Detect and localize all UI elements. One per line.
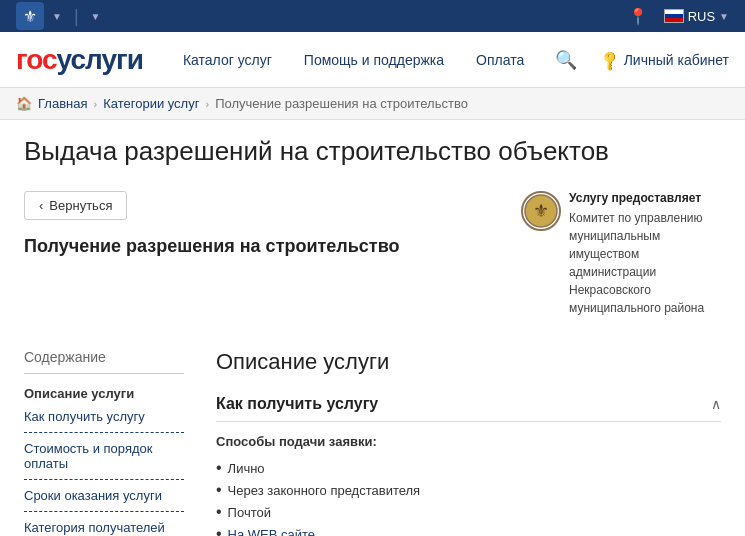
top-bar: ⚜ ▼ | ▼ 📍 RUS ▼: [0, 0, 745, 32]
ways-list: Лично Через законного представителя Почт…: [216, 457, 721, 536]
top-bar-right: 📍 RUS ▼: [628, 7, 729, 26]
language-selector[interactable]: RUS ▼: [664, 9, 729, 24]
svg-text:⚜: ⚜: [23, 8, 37, 25]
ways-label: Способы подачи заявки:: [216, 434, 721, 449]
list-item: На WEB сайте: [216, 523, 721, 536]
list-item: Через законного представителя: [216, 479, 721, 501]
service-title: Получение разрешения на строительство: [24, 236, 497, 257]
page-content: Выдача разрешений на строительство объек…: [0, 120, 745, 536]
account-label: Личный кабинет: [624, 52, 729, 68]
nav-catalog[interactable]: Каталог услуг: [183, 52, 272, 68]
provider-name: Комитет по управлению муниципальным имущ…: [569, 209, 721, 317]
two-col-layout: Содержание Описание услуги Как получить …: [24, 349, 721, 536]
desc-title: Описание услуги: [216, 349, 721, 375]
gov-logo-icon: ⚜: [16, 2, 44, 30]
breadcrumb-sep2: ›: [205, 98, 209, 110]
breadcrumb-sep1: ›: [93, 98, 97, 110]
sidebar-link-how[interactable]: Как получить услугу: [24, 409, 184, 433]
desc-section-title: Как получить услугу: [216, 395, 378, 413]
location-icon[interactable]: 📍: [628, 7, 648, 26]
flag-icon: [664, 9, 684, 23]
home-icon: 🏠: [16, 96, 32, 111]
brand-logo[interactable]: госуслуги: [16, 44, 143, 76]
desc-how-section: Как получить услугу ∧ Способы подачи зая…: [216, 395, 721, 536]
nav-help[interactable]: Помощь и поддержка: [304, 52, 444, 68]
chevron-up-icon[interactable]: ∧: [711, 396, 721, 412]
sidebar-section-title: Описание услуги: [24, 386, 184, 401]
top-bar-left: ⚜ ▼ | ▼: [16, 2, 101, 30]
top-bar-chevron-icon[interactable]: ▼: [52, 11, 62, 22]
list-item: Лично: [216, 457, 721, 479]
lang-chevron-icon: ▼: [719, 11, 729, 22]
top-bar-divider: |: [74, 6, 79, 27]
account-link[interactable]: 🔑 Личный кабинет: [601, 52, 729, 68]
sidebar-link-cost[interactable]: Стоимость и порядок оплаты: [24, 441, 184, 480]
sidebar: Содержание Описание услуги Как получить …: [24, 349, 184, 536]
page-title: Выдача разрешений на строительство объек…: [24, 136, 721, 167]
back-arrow-icon: ‹: [39, 198, 43, 213]
breadcrumb-categories[interactable]: Категории услуг: [103, 96, 199, 111]
back-button[interactable]: ‹ Вернуться: [24, 191, 127, 220]
coat-of-arms-icon: ⚜: [521, 191, 561, 231]
search-icon[interactable]: 🔍: [555, 49, 577, 71]
language-label: RUS: [688, 9, 715, 24]
breadcrumb-home[interactable]: Главная: [38, 96, 87, 111]
provider-logo: ⚜ Услугу предоставляет Комитет по управл…: [521, 191, 721, 317]
service-description: Описание услуги Как получить услугу ∧ Сп…: [216, 349, 721, 536]
provider-label: Услугу предоставляет: [569, 191, 721, 205]
svg-text:⚜: ⚜: [533, 201, 549, 221]
desc-section-header: Как получить услугу ∧: [216, 395, 721, 422]
provider-info: Услугу предоставляет Комитет по управлен…: [569, 191, 721, 317]
key-icon: 🔑: [598, 48, 621, 71]
service-main: ‹ Вернуться Получение разрешения на стро…: [24, 191, 497, 317]
sidebar-link-terms[interactable]: Сроки оказания услуги: [24, 488, 184, 512]
sidebar-heading: Содержание: [24, 349, 184, 374]
back-button-label: Вернуться: [49, 198, 112, 213]
service-provider: ⚜ Услугу предоставляет Комитет по управл…: [521, 191, 721, 317]
nav-links: Каталог услуг Помощь и поддержка Оплата: [183, 52, 539, 68]
top-bar-chevron2-icon[interactable]: ▼: [91, 11, 101, 22]
main-nav: госуслуги Каталог услуг Помощь и поддерж…: [0, 32, 745, 88]
service-block: ‹ Вернуться Получение разрешения на стро…: [24, 191, 721, 317]
breadcrumb-current: Получение разрешения на строительство: [215, 96, 468, 111]
breadcrumb: 🏠 Главная › Категории услуг › Получение …: [0, 88, 745, 120]
nav-payment[interactable]: Оплата: [476, 52, 524, 68]
sidebar-link-categories[interactable]: Категория получателей: [24, 520, 184, 536]
list-item: Почтой: [216, 501, 721, 523]
